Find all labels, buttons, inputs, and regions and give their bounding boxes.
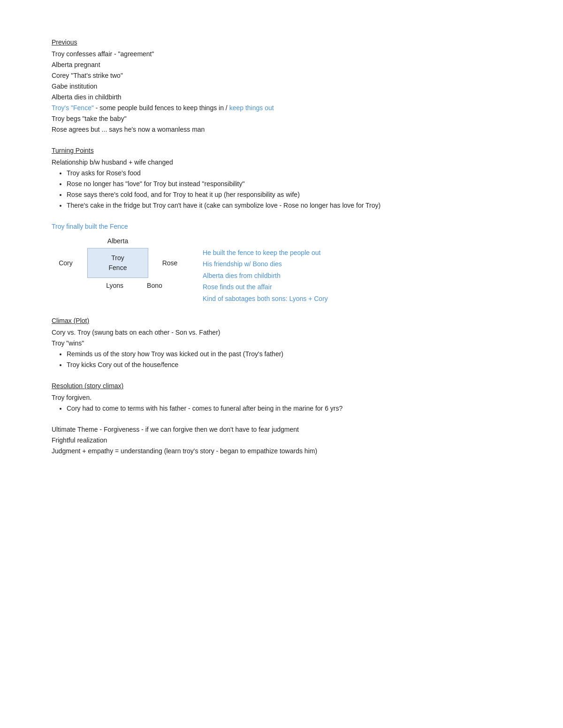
diagram-notes: He built the fence to keep the people ou… [203, 236, 328, 305]
climax-list: Reminds us of the story how Troy was kic… [67, 349, 511, 370]
rose-label: Rose [156, 258, 184, 268]
previous-heading: Previous [52, 38, 511, 47]
turning-point-item-1: Troy asks for Rose's food [67, 168, 511, 178]
diagram-note-3: Alberta dies from childbirth [203, 270, 328, 281]
fence-line-text: - some people build fences to keep thing… [94, 104, 229, 112]
previous-line-6: Troy begs "take the baby" [52, 114, 511, 124]
climax-intro: Cory vs. Troy (swung bats on each other … [52, 328, 511, 338]
theme-section: Ultimate Theme - Forgiveness - if we can… [52, 425, 511, 456]
climax-item-2: Troy kicks Cory out of the house/fence [67, 360, 511, 370]
turning-point-item-2: Rose no longer has "love" for Troy but i… [67, 179, 511, 189]
bono-label: Bono [147, 281, 162, 291]
previous-line-1: Troy confesses affair - "agreement" [52, 49, 511, 59]
turning-points-section: Turning Points Relationship b/w husband … [52, 146, 511, 210]
troy-fence-box: Troy Fence [87, 248, 148, 278]
diagram-note-4: Rose finds out the affair [203, 282, 328, 292]
climax-heading: Climax (Plot) [52, 316, 511, 326]
previous-line-4: Gabe institution [52, 82, 511, 91]
alberta-label: Alberta [107, 236, 128, 246]
diagram-middle-row: Cory Troy Fence Rose [52, 248, 184, 278]
diagram-grid: Alberta Cory Troy Fence Rose Lyons Bono [52, 236, 184, 291]
cory-label: Cory [52, 258, 80, 268]
climax-item-1: Reminds us of the story how Troy was kic… [67, 349, 511, 359]
diagram-note-5: Kind of sabotages both sons: Lyons + Cor… [203, 293, 328, 304]
previous-line-2: Alberta pregnant [52, 60, 511, 70]
fence-section-heading: Troy finally built the Fence [52, 222, 511, 232]
resolution-list: Cory had to come to terms with his fathe… [67, 404, 511, 413]
resolution-item-1: Cory had to come to terms with his fathe… [67, 404, 511, 413]
previous-line-7: Rose agrees but ... says he's now a woma… [52, 125, 511, 135]
diagram-bottom-row: Lyons Bono [106, 281, 162, 291]
resolution-heading: Resolution (story climax) [52, 381, 511, 391]
fence-link: Troy's "Fence" [52, 104, 94, 112]
diagram-note-2: His friendship w/ Bono dies [203, 259, 328, 269]
previous-fence-line: Troy's "Fence" - some people build fence… [52, 103, 511, 113]
turning-points-intro: Relationship b/w husband + wife changed [52, 158, 511, 167]
climax-line2: Troy "wins" [52, 338, 511, 348]
turning-point-item-3: Rose says there's cold food, and for Tro… [67, 190, 511, 200]
fence-section: Troy finally built the Fence Alberta Cor… [52, 222, 511, 305]
fence-box-label: Fence [109, 263, 127, 273]
diagram-container: Alberta Cory Troy Fence Rose Lyons Bono … [52, 236, 511, 305]
troy-box-label: Troy [111, 253, 124, 263]
resolution-section: Resolution (story climax) Troy forgiven.… [52, 381, 511, 413]
theme-line-3: Judgment + empathy = understanding (lear… [52, 446, 511, 456]
diagram-left: Alberta Cory Troy Fence Rose Lyons Bono [52, 236, 184, 291]
resolution-intro: Troy forgiven. [52, 393, 511, 403]
turning-point-item-4: There's cake in the fridge but Troy can'… [67, 201, 511, 210]
theme-line-1: Ultimate Theme - Forgiveness - if we can… [52, 425, 511, 435]
diagram-note-1: He built the fence to keep the people ou… [203, 248, 328, 258]
previous-line-5: Alberta dies in childbirth [52, 92, 511, 102]
climax-section: Climax (Plot) Cory vs. Troy (swung bats … [52, 316, 511, 370]
turning-points-list: Troy asks for Rose's food Rose no longer… [67, 168, 511, 210]
theme-line-2: Frightful realization [52, 435, 511, 445]
previous-section: Previous Troy confesses affair - "agreem… [52, 38, 511, 135]
turning-points-heading: Turning Points [52, 146, 511, 156]
lyons-label: Lyons [106, 281, 123, 291]
keep-out-link: keep things out [229, 104, 274, 112]
previous-line-3: Corey "That's strike two" [52, 71, 511, 81]
